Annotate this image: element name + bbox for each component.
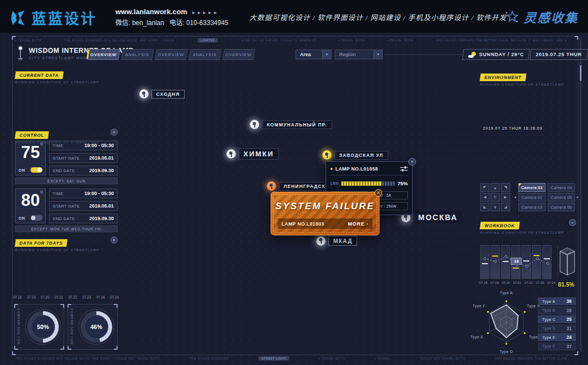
pin-label: КОММУНАЛЬНЫЙ ПР. — [262, 120, 332, 129]
decor-microtext: TWO ROADS DIVERGED IN A YELLOW WOOD, AND… — [15, 357, 160, 360]
camera-button-03[interactable]: Camera 03 — [518, 203, 546, 211]
workbook-column — [501, 245, 510, 279]
map-pin-skhodnya[interactable]: СХОДНЯ — [139, 89, 185, 99]
tab-overview-3[interactable]: OVERVIEW — [222, 49, 255, 60]
pan-up-icon[interactable]: ▲ — [491, 183, 500, 192]
tab-analysis-2[interactable]: ANALYSIS — [188, 49, 222, 60]
region-select[interactable]: Region ▼ — [335, 50, 383, 59]
camera-timestamp: 2019.07.25 THUR 18:26:09 — [483, 126, 543, 130]
panel-subtitle: RUNNING CONDITION OF STREETLAMP — [15, 81, 100, 84]
workbook-more-button[interactable]: › — [569, 219, 576, 226]
map-pin-khimki[interactable]: ХИМКИ — [226, 148, 279, 160]
decor-microtext: THE ROADS DIVERGED IN A YELLOW WOOD, AND… — [64, 39, 175, 42]
pan-up-left-icon[interactable]: ◤ — [480, 183, 489, 192]
lamp-pin-icon — [250, 120, 259, 129]
pin-label: МКАД — [328, 236, 357, 246]
comparison-gauge-2: COMPARISON FOR 46% — [68, 304, 118, 350]
weather-text: SUNNDAY / 29°C — [479, 52, 524, 57]
banner: 蓝蓝设计 www.lanlanwork.com►►►►► 微信: ben_lan… — [0, 0, 588, 33]
wechat-label: 微信: ben_lanlan — [115, 19, 164, 27]
week-x-label: 07.24 — [96, 295, 105, 299]
website-link[interactable]: www.lanlanwork.com — [115, 8, 187, 16]
decor-microtext: ▪ TRAVEL BOTH — [15, 39, 41, 42]
map-pin-mkad[interactable]: МКАД — [316, 236, 357, 246]
workbook-x-label: 07.19 — [491, 281, 499, 284]
close-icon[interactable]: ✕ — [408, 158, 416, 166]
gauge-label: COMPARISON FOR — [17, 308, 20, 345]
chevron-down-icon[interactable]: ▼ — [322, 50, 331, 59]
legend-row-type-d[interactable]: Type D31 — [538, 325, 576, 332]
pan-down-right-icon[interactable]: ◢ — [501, 203, 510, 211]
header-divider — [384, 54, 462, 55]
radar-label-f: Type F — [473, 304, 486, 308]
workbook-tag: WORKBOOK RUNNING CONDITION OF STREETLAMP — [480, 219, 565, 234]
camera-button-01[interactable]: Camera 01 — [518, 183, 546, 192]
legend-row-type-e[interactable]: Type E24 — [538, 333, 576, 341]
workbook-x-label: 07.24 — [547, 281, 555, 284]
refresh-icon[interactable]: ↻ — [491, 193, 500, 202]
legend-row-type-a[interactable]: Type A36 — [538, 297, 576, 305]
power-toggle[interactable] — [30, 215, 42, 221]
panel-subtitle: RUNNING CONDITION OF STREETLAMP — [480, 83, 565, 86]
map-pin-zavodskaya[interactable]: ЗАВОДСКАЯ УЛ — [322, 150, 388, 160]
pan-down-left-icon[interactable]: ◣ — [480, 203, 489, 211]
camera-prev-icon[interactable]: ◄ — [513, 193, 517, 202]
week-x-label: 07.20 — [41, 295, 50, 299]
legend-row-type-f[interactable]: Type F37 — [538, 343, 576, 350]
chevron-down-icon[interactable]: ▼ — [373, 50, 382, 59]
radar-label-d: Type D — [500, 350, 513, 354]
map-pin-kommunalny[interactable]: КОММУНАЛЬНЫЙ ПР. — [250, 120, 332, 129]
camera-button-05[interactable]: Camera 05 — [548, 193, 575, 202]
power-toggle[interactable] — [30, 167, 42, 173]
week-x-label: 07.21 — [54, 295, 63, 299]
area-select[interactable]: Area ▼ — [296, 50, 332, 59]
close-icon[interactable]: ✕ — [375, 189, 382, 197]
decor-microtext: ▪ TRAVEL — [375, 357, 390, 360]
control-add-button[interactable]: + — [111, 129, 118, 136]
bulb-icon — [40, 143, 43, 145]
pan-right-icon[interactable]: ▶ — [501, 193, 510, 202]
workbook-x-label: 07.21 — [513, 281, 521, 284]
legend-row-type-c[interactable]: Type C25 — [538, 315, 576, 323]
lamp-pin-icon — [226, 149, 236, 159]
gauge-label: COMPARISON FOR — [70, 308, 74, 345]
decor-microtext: ▪ TRAVEL BOTH — [319, 357, 345, 360]
gauge-value: 50% — [27, 311, 59, 343]
sliders-icon[interactable] — [400, 166, 408, 172]
week-add-button[interactable]: + — [111, 236, 118, 244]
collect-label: 灵感收集 — [524, 8, 578, 26]
lbn-label: LBN — [330, 181, 339, 185]
cube-icon — [559, 246, 576, 278]
alert-lamp-id: LAMP NO.L01803 — [281, 221, 324, 227]
tab-analysis-1[interactable]: ANALYSIS — [121, 49, 154, 60]
bullet-dot-icon — [330, 168, 333, 170]
camera-button-06[interactable]: Camera 06 — [548, 203, 575, 211]
alert-body: SYSTEM FAILURE LAMP NO.L01803 MORE› — [273, 194, 377, 233]
tab-overview-1[interactable]: OVERVIEW — [87, 49, 120, 60]
workbook-bar-chart: 16 — [480, 245, 554, 279]
brightness-bar[interactable] — [341, 181, 395, 186]
banner-collect: 灵感收集 — [505, 8, 578, 26]
tab-overview-2[interactable]: OVERVIEW — [155, 49, 188, 60]
scrollbar[interactable] — [580, 37, 581, 352]
week-data-tag: DATA FOR 7DAYS RUNNING CONDITION OF STRE… — [15, 236, 100, 252]
camera-dpad: ◤ ▲ ◥ ◀ ↻ ▶ ◣ ▼ ◢ — [480, 183, 510, 211]
camera-button-04[interactable]: Camera 04 — [548, 183, 575, 192]
workbook-cube — [558, 245, 576, 279]
legend-row-type-b[interactable]: Type B28 — [538, 307, 576, 314]
pan-up-right-icon[interactable]: ◥ — [501, 183, 510, 192]
pan-left-icon[interactable]: ◀ — [480, 193, 489, 202]
pan-down-icon[interactable]: ▼ — [491, 203, 500, 211]
camera-button-02[interactable]: Camera 02 — [518, 193, 546, 202]
camera-next-icon[interactable]: ► — [576, 193, 579, 202]
phone-label: 电话: 010-63334945 — [169, 19, 228, 27]
on-label: ON — [19, 216, 25, 221]
environment-tag: ENVIRONMENT RUNNING CONDITION OF STREETL… — [480, 71, 565, 86]
week-x-label: 07.18 — [13, 295, 22, 299]
radar-legend: Type A36 Type B28 Type C25 Type D31 Type… — [538, 297, 576, 351]
more-button[interactable]: MORE› — [348, 221, 369, 227]
lamp-id: LAMP NO.L01058 — [335, 166, 397, 172]
cube-percentage: 81.5% — [556, 281, 576, 288]
lamp-pin-icon — [139, 89, 149, 99]
workbook-x-label: 07.23 — [536, 281, 544, 284]
